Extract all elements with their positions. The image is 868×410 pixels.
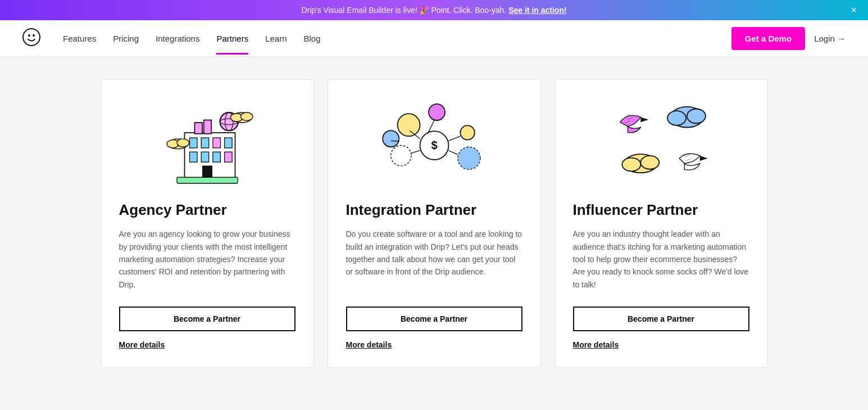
svg-marker-41 <box>640 117 648 122</box>
nav-integrations[interactable]: Integrations <box>156 22 199 55</box>
svg-point-32 <box>390 146 411 166</box>
svg-line-39 <box>448 151 457 155</box>
svg-rect-26 <box>177 177 238 183</box>
login-link[interactable]: Login → <box>814 34 846 43</box>
influencer-partner-card: Influencer Partner Are you an industry t… <box>555 79 768 368</box>
influencer-more-details-link[interactable]: More details <box>573 340 749 349</box>
partner-cards: Agency Partner Are you an agency looking… <box>97 79 771 368</box>
svg-point-33 <box>457 147 480 169</box>
svg-point-25 <box>240 112 253 120</box>
get-demo-button[interactable]: Get a Demo <box>731 27 805 50</box>
nav-learn[interactable]: Learn <box>265 22 287 55</box>
svg-point-47 <box>687 109 705 124</box>
svg-point-29 <box>397 114 420 136</box>
svg-point-34 <box>383 130 399 147</box>
agency-more-details-link[interactable]: More details <box>119 340 296 349</box>
integration-card-title: Integration Partner <box>346 201 522 219</box>
svg-rect-9 <box>201 152 209 162</box>
nav-features[interactable]: Features <box>63 22 96 55</box>
integration-become-partner-button[interactable]: Become a Partner <box>346 307 522 331</box>
nav-blog[interactable]: Blog <box>304 22 321 55</box>
svg-point-46 <box>667 111 686 125</box>
influencer-illustration <box>573 98 749 188</box>
integration-partner-card: $ <box>328 79 541 368</box>
logo[interactable] <box>22 28 40 48</box>
svg-line-37 <box>448 136 460 141</box>
agency-partner-card: Agency Partner Are you an agency looking… <box>101 79 314 368</box>
svg-point-31 <box>460 125 474 139</box>
main-nav: Features Pricing Integrations Partners L… <box>0 20 868 57</box>
nav-right: Get a Demo Login → <box>731 27 846 50</box>
nav-links: Features Pricing Integrations Partners L… <box>63 22 731 55</box>
svg-line-38 <box>411 151 420 154</box>
svg-point-22 <box>177 139 189 147</box>
announcement-banner: Drip's Visual Email Builder is live! 🎉 P… <box>0 0 868 20</box>
svg-rect-6 <box>212 138 220 148</box>
svg-rect-11 <box>224 152 232 162</box>
banner-close-button[interactable]: × <box>851 4 857 16</box>
nav-partners[interactable]: Partners <box>216 22 248 55</box>
svg-rect-10 <box>212 152 220 162</box>
influencer-card-title: Influencer Partner <box>573 201 749 219</box>
agency-become-partner-button[interactable]: Become a Partner <box>119 307 296 331</box>
svg-point-0 <box>23 29 40 46</box>
svg-rect-8 <box>189 152 197 162</box>
integration-illustration: $ <box>346 98 522 188</box>
svg-point-30 <box>429 104 445 120</box>
main-content: Agency Partner Are you an agency looking… <box>0 57 868 394</box>
nav-pricing[interactable]: Pricing <box>113 22 139 55</box>
svg-point-49 <box>622 158 640 172</box>
svg-rect-7 <box>224 138 232 148</box>
integration-more-details-link[interactable]: More details <box>346 340 522 349</box>
banner-text: Drip's Visual Email Builder is live! 🎉 P… <box>301 6 508 15</box>
svg-rect-4 <box>189 138 197 148</box>
influencer-card-desc: Are you an industry thought leader with … <box>573 228 749 291</box>
svg-rect-12 <box>202 166 212 179</box>
svg-rect-5 <box>201 138 209 148</box>
svg-line-40 <box>390 141 399 141</box>
agency-illustration <box>119 98 296 188</box>
svg-text:$: $ <box>431 139 437 151</box>
integration-card-desc: Do you create software or a tool and are… <box>346 228 522 291</box>
svg-point-1 <box>28 34 30 37</box>
agency-card-title: Agency Partner <box>119 201 296 219</box>
influencer-become-partner-button[interactable]: Become a Partner <box>573 307 749 331</box>
svg-rect-14 <box>203 120 211 134</box>
agency-card-desc: Are you an agency looking to grow your b… <box>119 228 296 291</box>
banner-link[interactable]: See it in action! <box>508 6 566 15</box>
svg-point-50 <box>640 156 659 169</box>
svg-rect-13 <box>194 123 202 134</box>
svg-marker-51 <box>699 156 707 161</box>
svg-point-2 <box>33 34 35 37</box>
